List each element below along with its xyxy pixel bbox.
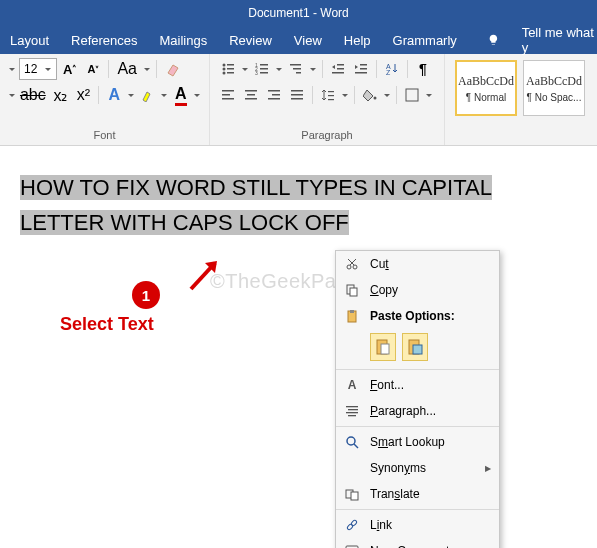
svg-rect-3 [227, 68, 234, 70]
svg-rect-14 [296, 72, 301, 74]
svg-rect-19 [360, 68, 367, 70]
ctx-copy[interactable]: Copy [336, 277, 499, 303]
ctx-link[interactable]: Link [336, 512, 499, 538]
paste-options-row [336, 329, 499, 367]
sort-icon: AZ [385, 62, 399, 76]
font-color-dropdown[interactable] [194, 84, 201, 106]
search-icon [344, 434, 360, 450]
superscript-button[interactable]: x² [73, 84, 93, 106]
svg-rect-34 [291, 98, 303, 100]
svg-rect-56 [351, 492, 358, 500]
svg-rect-12 [290, 64, 301, 66]
line-spacing-button[interactable] [318, 84, 338, 106]
align-right-icon [267, 88, 281, 102]
ribbon: 12 A˄ A˅ Aa abc x₂ x² A A Font [0, 54, 597, 146]
svg-rect-47 [381, 344, 389, 354]
show-marks-button[interactable]: ¶ [413, 58, 433, 80]
svg-rect-39 [406, 89, 418, 101]
align-right-button[interactable] [264, 84, 284, 106]
font-size-input[interactable]: 12 [19, 58, 57, 80]
svg-rect-28 [245, 98, 257, 100]
ctx-smart-lookup[interactable]: Smart Lookup [336, 429, 499, 455]
ctx-paragraph[interactable]: Paragraph... [336, 398, 499, 424]
font-color-button[interactable]: A [171, 84, 191, 106]
shading-dropdown[interactable] [383, 84, 391, 106]
copy-icon [344, 282, 360, 298]
style-no-spacing[interactable]: AaBbCcDd ¶ No Spac... [523, 60, 585, 116]
decrease-indent-button[interactable] [328, 58, 348, 80]
svg-rect-25 [222, 98, 234, 100]
tab-references[interactable]: References [71, 33, 137, 48]
clipboard-icon [344, 308, 360, 324]
svg-rect-32 [291, 90, 303, 92]
indent-icon [354, 62, 368, 76]
sort-button[interactable]: AZ [382, 58, 402, 80]
numbering-button[interactable]: 123 [252, 58, 272, 80]
selected-text-line2[interactable]: LETTER WITH CAPS LOCK OFF [20, 210, 349, 235]
borders-button[interactable] [402, 84, 422, 106]
svg-rect-30 [272, 94, 280, 96]
tab-mailings[interactable]: Mailings [160, 33, 208, 48]
paste-picture[interactable] [402, 333, 428, 361]
selected-text-line1[interactable]: HOW TO FIX WORD STILL TYPES IN CAPITAL [20, 175, 492, 200]
ctx-translate[interactable]: Translate [336, 481, 499, 507]
borders-icon [405, 88, 419, 102]
svg-rect-29 [268, 90, 280, 92]
svg-rect-1 [227, 64, 234, 66]
increase-indent-button[interactable] [351, 58, 371, 80]
grow-font-button[interactable]: A˄ [60, 58, 80, 80]
change-case-button[interactable]: Aa [114, 58, 140, 80]
highlight-dropdown[interactable] [161, 84, 168, 106]
borders-dropdown[interactable] [425, 84, 433, 106]
tab-help[interactable]: Help [344, 33, 371, 48]
numbering-dropdown[interactable] [275, 58, 283, 80]
text-effects-dropdown[interactable] [127, 84, 134, 106]
line-spacing-dropdown[interactable] [341, 84, 349, 106]
bullets-button[interactable] [218, 58, 238, 80]
svg-rect-53 [348, 415, 356, 416]
tab-review[interactable]: Review [229, 33, 272, 48]
paste-keep-formatting[interactable] [370, 333, 396, 361]
align-left-button[interactable] [218, 84, 238, 106]
multilevel-icon [289, 62, 303, 76]
tab-grammarly[interactable]: Grammarly [393, 33, 457, 48]
svg-rect-35 [328, 91, 334, 92]
svg-rect-37 [328, 99, 334, 100]
tab-layout[interactable]: Layout [10, 33, 49, 48]
tell-me[interactable]: Tell me what y [522, 25, 597, 55]
style-normal[interactable]: AaBbCcDd ¶ Normal [455, 60, 517, 116]
svg-text:3: 3 [255, 70, 258, 76]
shrink-font-button[interactable]: A˅ [83, 58, 103, 80]
shading-button[interactable] [360, 84, 380, 106]
svg-point-4 [223, 72, 226, 75]
svg-point-38 [374, 97, 377, 100]
subscript-button[interactable]: x₂ [50, 84, 70, 106]
justify-button[interactable] [287, 84, 307, 106]
svg-rect-52 [346, 412, 358, 413]
ctx-synonyms[interactable]: Synonyms ▶ [336, 455, 499, 481]
svg-point-54 [347, 437, 355, 445]
eraser-icon [165, 61, 181, 77]
align-center-button[interactable] [241, 84, 261, 106]
ctx-cut[interactable]: CutCut [336, 251, 499, 277]
document-body[interactable]: HOW TO FIX WORD STILL TYPES IN CAPITAL L… [20, 170, 492, 240]
strikethrough-button[interactable]: abc [18, 84, 47, 106]
tab-view[interactable]: View [294, 33, 322, 48]
border-dropdown-partial[interactable] [8, 84, 15, 106]
paste-picture-icon [407, 338, 423, 356]
change-case-dropdown[interactable] [143, 58, 151, 80]
svg-rect-45 [350, 310, 354, 313]
text-effects-button[interactable]: A [104, 84, 124, 106]
font-a-icon: A [344, 377, 360, 393]
font-group: 12 A˄ A˅ Aa abc x₂ x² A A Font [0, 54, 210, 145]
ctx-new-comment[interactable]: New Comment [336, 538, 499, 548]
svg-rect-51 [348, 409, 358, 410]
font-family-dropdown[interactable] [8, 58, 16, 80]
clear-formatting-button[interactable] [162, 58, 184, 80]
bullets-dropdown[interactable] [241, 58, 249, 80]
multilevel-dropdown[interactable] [309, 58, 317, 80]
translate-icon [344, 486, 360, 502]
highlight-button[interactable] [138, 84, 158, 106]
ctx-font[interactable]: A Font... [336, 372, 499, 398]
multilevel-button[interactable] [286, 58, 306, 80]
